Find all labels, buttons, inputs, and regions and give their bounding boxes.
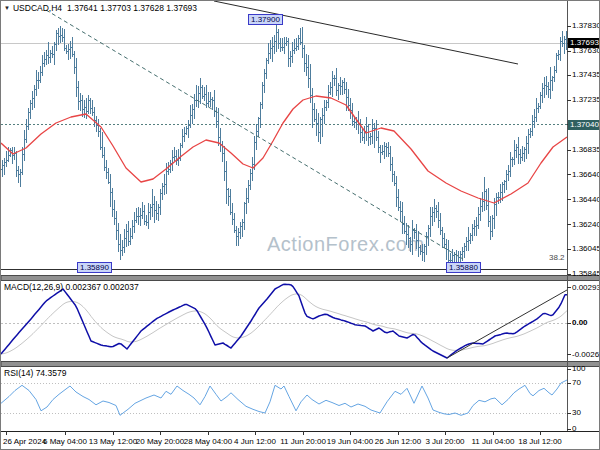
pane-separator[interactable] bbox=[1, 276, 600, 281]
time-axis-label: 11 Jun 20:00 bbox=[280, 437, 326, 446]
time-axis-label: 19 Jun 04:00 bbox=[327, 437, 373, 446]
descending-solid-trendline[interactable] bbox=[214, 1, 518, 64]
time-axis-label: 6 May 04:00 bbox=[43, 437, 87, 446]
price-axis-label: 1.37235 bbox=[572, 95, 600, 104]
rsi-axis-label: 0 bbox=[572, 424, 576, 433]
rsi-axis-label: 30 bbox=[572, 408, 581, 417]
time-axis-label: 20 May 20:00 bbox=[136, 437, 184, 446]
price-axis-label: 1.37830 bbox=[572, 21, 600, 30]
ohlc-values: 1.37641 1.37703 1.37628 1.37693 bbox=[67, 3, 197, 13]
pane-separator[interactable] bbox=[1, 362, 600, 367]
price-axis-label: 1.36835 bbox=[572, 145, 600, 154]
price-axis-label: 1.36640 bbox=[572, 170, 600, 179]
time-axis-label: 26 Jun 12:00 bbox=[375, 437, 421, 446]
macd-pane-header: MACD(12,26,9) 0.002367 0.002037 bbox=[4, 282, 139, 292]
rsi-pane-header: RSI(14) 74.3579 bbox=[4, 368, 66, 378]
symbol-title: USDCAD,H4 bbox=[13, 3, 62, 13]
rsi-axis-label: 100 bbox=[572, 364, 585, 373]
level-price-axis-label: 1.37040 bbox=[568, 120, 600, 130]
time-axis-label: 4 Jun 12:00 bbox=[234, 437, 276, 446]
time-axis-label: 28 May 04:00 bbox=[184, 437, 232, 446]
fib-retracement-label: 38.2 bbox=[549, 253, 565, 262]
rsi-axis-label: 70 bbox=[572, 378, 581, 387]
price-axis-label: 1.36440 bbox=[572, 195, 600, 204]
resistance-price-label[interactable]: 1.37900 bbox=[248, 14, 283, 25]
macd-axis-label: 0.002937 bbox=[572, 283, 600, 292]
time-axis-label: 3 Jul 20:00 bbox=[425, 437, 464, 446]
macd-line bbox=[1, 284, 567, 358]
price-axis-label: 1.35845 bbox=[572, 269, 600, 278]
price-axis-label: 1.37435 bbox=[572, 70, 600, 79]
time-axis-label: 18 Jul 12:00 bbox=[518, 437, 562, 446]
ohlc-bar-ticks bbox=[1, 33, 567, 264]
current-price-axis-label: 1.37693 bbox=[568, 38, 600, 48]
price-axis-label: 1.36045 bbox=[572, 244, 600, 253]
macd-axis-label: -0.002669 bbox=[572, 350, 600, 359]
time-axis-label: 13 May 12:00 bbox=[89, 437, 137, 446]
chart-canvas bbox=[1, 1, 600, 450]
ohlc-bars bbox=[2, 25, 566, 272]
support-price-label-left[interactable]: 1.35890 bbox=[77, 262, 112, 273]
main-pane-header: ▼USDCAD,H41.37641 1.37703 1.37628 1.3769… bbox=[4, 3, 197, 13]
ascending-macd-trendline[interactable] bbox=[447, 290, 567, 358]
macd-signal-line bbox=[1, 294, 567, 354]
support-price-label-right[interactable]: 1.35880 bbox=[446, 262, 481, 273]
macd-axis-label: 0.00 bbox=[572, 318, 588, 327]
time-axis-label: 26 Apr 2024 bbox=[3, 437, 46, 446]
symbol-dropdown-icon[interactable]: ▼ bbox=[4, 5, 10, 11]
time-axis-label: 11 Jul 04:00 bbox=[472, 437, 515, 446]
chart-window: ActionForex.com ▼USDCAD,H41.37641 1.3770… bbox=[0, 0, 600, 450]
rsi-line bbox=[1, 380, 567, 415]
price-axis-label: 1.36240 bbox=[572, 220, 600, 229]
